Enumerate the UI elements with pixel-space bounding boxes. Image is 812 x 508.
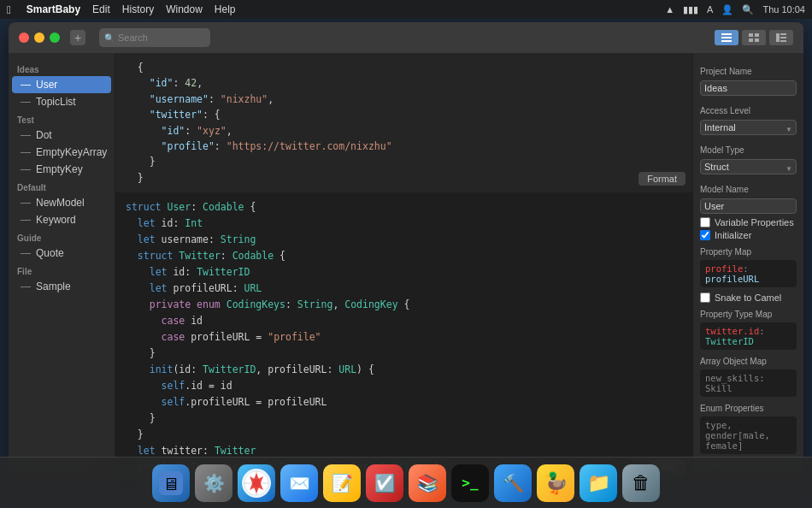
array-object-map-content[interactable]: new_skills: Skill bbox=[700, 369, 797, 397]
property-map-content[interactable]: profile: profileURL bbox=[700, 260, 797, 287]
close-button[interactable] bbox=[19, 32, 29, 43]
menubar-right: ▲ ▮▮▮ A 👤 🔍 Thu 10:04 bbox=[665, 4, 805, 15]
aom-content: new_skills: Skill bbox=[705, 373, 765, 393]
svg-text:🖥: 🖥 bbox=[162, 475, 179, 493]
dock-safari[interactable] bbox=[238, 464, 275, 502]
sidebar: Ideas — User — TopicList Test — Dot — Em… bbox=[9, 53, 115, 481]
svg-rect-8 bbox=[780, 33, 786, 35]
sidebar-item-topiclist[interactable]: — TopicList bbox=[9, 93, 115, 110]
sidebar-dash-icon: — bbox=[21, 197, 31, 209]
svg-rect-5 bbox=[749, 38, 753, 42]
dock-terminal[interactable]: >_ bbox=[451, 464, 489, 502]
user-icon: 👤 bbox=[721, 4, 733, 15]
ptm-value: TwitterID bbox=[705, 336, 754, 346]
svg-rect-1 bbox=[721, 37, 732, 38]
dock-notes[interactable]: 📝 bbox=[323, 464, 361, 502]
initializer-checkbox[interactable] bbox=[700, 230, 710, 240]
dock-rubber-duck[interactable]: 🦆 bbox=[537, 464, 574, 502]
time-display: Thu 10:04 bbox=[762, 4, 805, 15]
sidebar-item-dot[interactable]: — Dot bbox=[9, 127, 115, 144]
sidebar-item-quote[interactable]: — Quote bbox=[9, 245, 115, 262]
sidebar-dash-icon: — bbox=[21, 79, 31, 91]
code-area: { "id": 42, "username": "nixzhu", "twitt… bbox=[115, 53, 692, 481]
project-name-label: Project Name bbox=[700, 67, 797, 76]
svg-rect-2 bbox=[721, 40, 732, 42]
search-icon[interactable]: 🔍 bbox=[742, 4, 754, 15]
detail-view-button[interactable] bbox=[769, 30, 793, 45]
dock-reminders[interactable]: ☑️ bbox=[366, 464, 403, 502]
access-level-wrapper: Internal bbox=[700, 119, 797, 139]
model-type-select[interactable]: Struct bbox=[700, 159, 797, 174]
dock-books[interactable]: 📚 bbox=[409, 464, 446, 502]
sidebar-dash-icon: — bbox=[21, 146, 31, 158]
sidebar-item-emptykey[interactable]: — EmptyKey bbox=[9, 161, 115, 178]
model-name-label: Model Name bbox=[700, 185, 797, 194]
minimize-button[interactable] bbox=[34, 32, 44, 43]
apple-menu[interactable]:  bbox=[7, 3, 11, 16]
access-level-select[interactable]: Internal bbox=[700, 120, 797, 135]
property-map-label: Property Map bbox=[700, 247, 797, 257]
project-name-input[interactable] bbox=[700, 80, 797, 96]
model-type-wrapper: Struct bbox=[700, 158, 797, 178]
svg-rect-10 bbox=[780, 40, 786, 42]
search-placeholder: Search bbox=[118, 32, 148, 43]
sidebar-section-test: Test bbox=[9, 110, 115, 127]
enum-properties-label: Enum Properties bbox=[700, 404, 797, 413]
variable-properties-row: Variable Properties bbox=[700, 217, 797, 227]
wifi-icon: ▲ bbox=[665, 4, 674, 15]
app-name[interactable]: SmartBaby bbox=[26, 3, 80, 15]
swift-output[interactable]: struct User: Codable { let id: Int let u… bbox=[115, 192, 692, 481]
sidebar-section-ideas: Ideas bbox=[9, 60, 115, 76]
dock-finder[interactable]: 🖥 bbox=[152, 464, 190, 502]
sidebar-dash-icon: — bbox=[21, 214, 31, 226]
add-tab-button[interactable]: + bbox=[70, 30, 85, 45]
dock: 🖥 ⚙️ ✉️ 📝 ☑️ 📚 >_ 🔨 🦆 📁 🗑 bbox=[0, 457, 812, 508]
enum-properties-content[interactable]: type, gender[male, female] bbox=[700, 416, 797, 454]
main-content: Ideas — User — TopicList Test — Dot — Em… bbox=[9, 53, 803, 481]
grid-view-button[interactable] bbox=[742, 30, 766, 45]
json-editor[interactable]: { "id": 42, "username": "nixzhu", "twitt… bbox=[115, 53, 692, 192]
initializer-label: Initializer bbox=[715, 230, 751, 240]
model-type-label: Model Type bbox=[700, 145, 797, 155]
property-type-map-content[interactable]: twitter.id: TwitterID bbox=[700, 322, 797, 350]
sidebar-item-emptykeyarray[interactable]: — EmptyKeyArray bbox=[9, 144, 115, 161]
keyboard-icon: A bbox=[707, 4, 713, 15]
dock-trash[interactable]: 🗑 bbox=[622, 464, 660, 502]
dock-system-preferences[interactable]: ⚙️ bbox=[195, 464, 232, 502]
menu-window[interactable]: Window bbox=[166, 3, 203, 15]
view-controls bbox=[715, 30, 793, 45]
dock-mail[interactable]: ✉️ bbox=[280, 464, 318, 502]
sidebar-item-user[interactable]: — User bbox=[12, 76, 111, 93]
snake-to-camel-label: Snake to Camel bbox=[715, 292, 781, 303]
search-bar[interactable]: 🔍 Search bbox=[99, 28, 210, 47]
menu-edit[interactable]: Edit bbox=[92, 3, 110, 15]
sidebar-dash-icon: — bbox=[21, 281, 31, 292]
property-type-map-label: Property Type Map bbox=[700, 310, 797, 319]
menu-history[interactable]: History bbox=[122, 3, 154, 15]
sidebar-dash-icon: — bbox=[21, 163, 31, 175]
sidebar-item-newmodel[interactable]: — NewModel bbox=[9, 194, 115, 211]
menubar:  SmartBaby Edit History Window Help ▲ ▮… bbox=[0, 0, 812, 19]
title-bar: + 🔍 Search bbox=[9, 22, 803, 53]
snake-to-camel-row: Snake to Camel bbox=[700, 292, 797, 303]
model-name-input[interactable] bbox=[700, 198, 797, 214]
ptm-key: twitter.id bbox=[705, 326, 759, 336]
svg-rect-6 bbox=[755, 38, 759, 42]
dock-xcode[interactable]: 🔨 bbox=[494, 464, 532, 502]
app-window: + 🔍 Search Ideas — User — bbox=[9, 22, 803, 481]
traffic-lights bbox=[19, 32, 60, 43]
format-button[interactable]: Format bbox=[638, 172, 685, 186]
svg-rect-9 bbox=[780, 37, 786, 38]
svg-rect-7 bbox=[776, 33, 780, 42]
initializer-row: Initializer bbox=[700, 230, 797, 240]
sidebar-item-keyword[interactable]: — Keyword bbox=[9, 211, 115, 228]
dock-folder[interactable]: 📁 bbox=[580, 464, 617, 502]
menu-help[interactable]: Help bbox=[215, 3, 236, 15]
snake-to-camel-checkbox[interactable] bbox=[700, 292, 710, 303]
sidebar-item-sample[interactable]: — Sample bbox=[9, 278, 115, 295]
variable-properties-checkbox[interactable] bbox=[700, 217, 710, 227]
zoom-button[interactable] bbox=[50, 32, 60, 43]
list-view-button[interactable] bbox=[715, 30, 738, 45]
svg-rect-4 bbox=[755, 33, 759, 37]
svg-rect-3 bbox=[749, 33, 753, 37]
